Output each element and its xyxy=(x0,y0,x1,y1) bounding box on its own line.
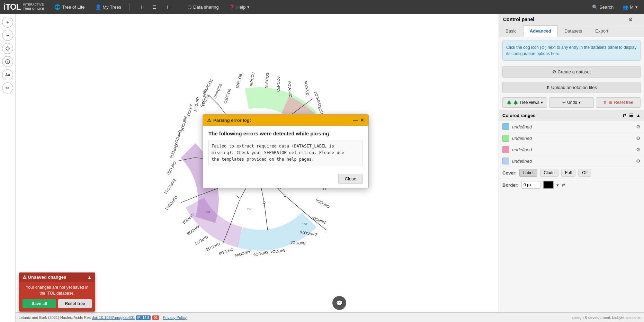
border-input[interactable] xyxy=(521,181,540,189)
range-color-0[interactable] xyxy=(502,123,509,130)
tree-views-icon: 🌲 xyxy=(507,100,512,105)
modal-title-icons: — ✕ xyxy=(353,117,364,123)
leaf-label: ArPCO4V xyxy=(234,250,251,258)
nav-tree-of-life[interactable]: 🌐 Tree of Life xyxy=(51,3,88,11)
range-gear-0[interactable]: ⚙ xyxy=(636,124,641,129)
range-gear-2[interactable]: ⚙ xyxy=(636,147,641,152)
brand-subtitle: INTERACTIVE TREE OF LIFE xyxy=(23,3,44,11)
modal-minimize-btn[interactable]: — xyxy=(353,117,358,123)
save-all-btn[interactable]: Save all xyxy=(23,299,56,308)
nav-my-trees[interactable]: 👤 My Trees xyxy=(92,3,125,11)
leaf-label: ZmPCO11 xyxy=(163,178,177,195)
range-name-0: undefined xyxy=(512,124,633,129)
border-row: Border: ▾ ⇄ xyxy=(499,179,644,191)
range-color-2[interactable] xyxy=(502,146,509,153)
list-icon: ☰ xyxy=(152,5,156,10)
cover-off-btn[interactable]: Off xyxy=(578,169,591,177)
upload-annotation-btn[interactable]: ⬆ Upload annotation files xyxy=(502,82,641,93)
cover-clade-btn[interactable]: Clade xyxy=(540,169,558,177)
chat-btn[interactable]: 💬 xyxy=(332,296,346,310)
border-swap-icon[interactable]: ⇄ xyxy=(562,182,565,188)
tree-views-btn[interactable]: 🌲 🌲 Tree views ▾ xyxy=(502,97,547,108)
nav-help[interactable]: ❓ Help ▾ xyxy=(226,3,253,11)
leaf-label: NaPCO3 xyxy=(264,73,270,88)
svg-line-29 xyxy=(181,196,198,203)
brand-logo[interactable]: iTOL INTERACTIVE TREE OF LIFE xyxy=(3,2,44,12)
border-color-chevron[interactable]: ▾ xyxy=(556,182,559,188)
nav-first-page[interactable]: ⊣ xyxy=(135,3,145,11)
svg-line-25 xyxy=(230,199,240,227)
edit-btn[interactable]: ✏ xyxy=(2,82,13,93)
share-icon: ⬡ xyxy=(188,5,191,10)
tab-advanced[interactable]: Advanced xyxy=(523,25,558,37)
tree-views-chevron: ▾ xyxy=(541,100,543,105)
range-color-1[interactable] xyxy=(502,135,509,142)
create-dataset-btn[interactable]: ⚙ Create a dataset xyxy=(502,66,641,78)
doi-link[interactable]: doi: 10.1093/nar/gkab301 xyxy=(92,315,135,320)
cover-label: Cover: xyxy=(502,170,517,176)
warning-icon: ⚠ xyxy=(207,118,211,123)
cover-full-btn[interactable]: Full xyxy=(561,169,575,177)
if-badge: IF: 14.9 xyxy=(136,315,151,320)
citation-text: Citation: Letunic and Bork (2021) Nuclei… xyxy=(3,315,187,320)
range-gear-3[interactable]: ⚙ xyxy=(636,158,641,164)
undo-btn[interactable]: ↩ Undo ▾ xyxy=(549,97,594,108)
leaf-label: OsPCO2 xyxy=(166,161,177,176)
panel-minimize-icon[interactable]: — xyxy=(635,17,640,22)
tree-views-label: 🌲 Tree views xyxy=(513,100,539,105)
text-size-btn[interactable]: Aa xyxy=(2,69,13,80)
section-header-icons: ⇄ ☰ ▲ xyxy=(623,113,641,118)
colored-ranges-header: Colored ranges ⇄ ☰ ▲ xyxy=(499,110,644,121)
bottom-bar: Citation: Letunic and Bork (2021) Nuclei… xyxy=(0,312,644,322)
modal-close-btn[interactable]: Close xyxy=(338,174,363,184)
refresh-icon[interactable]: ⇄ xyxy=(623,113,626,118)
leaf-label: GrPCO8 xyxy=(235,73,243,89)
main-area: + − i Aa ✏ xyxy=(0,14,644,322)
panel-settings-icon[interactable]: ⚙ xyxy=(628,17,633,22)
info-btn[interactable]: i xyxy=(2,56,13,67)
privacy-link[interactable]: Privacy Policy xyxy=(163,315,187,320)
modal-close-icon-btn[interactable]: ✕ xyxy=(360,117,364,123)
collapse-icon[interactable]: ▲ xyxy=(636,113,641,118)
user-menu-btn[interactable]: 👥 M ▾ xyxy=(620,3,641,11)
nav-last-page[interactable]: ⊢ xyxy=(163,3,174,11)
tab-export[interactable]: Export xyxy=(589,25,615,37)
search-icon: 🔍 xyxy=(592,5,598,10)
list-icon[interactable]: ☰ xyxy=(629,113,633,118)
unsaved-body-text: Your changes are not yet saved in the iT… xyxy=(26,285,88,296)
svg-point-0 xyxy=(6,47,9,50)
unsaved-header: ⚠ Unsaved changes ▲ xyxy=(19,272,95,282)
chat-icon: 💬 xyxy=(336,300,343,306)
tab-basic[interactable]: Basic xyxy=(499,25,523,37)
zoom-out-btn[interactable]: − xyxy=(2,30,13,41)
unsaved-collapse-icon[interactable]: ▲ xyxy=(87,275,92,280)
reset-tree-label: 🗑 Reset tree xyxy=(609,100,633,105)
modal-title-text: Parsing error log: xyxy=(213,118,251,123)
svg-point-45 xyxy=(239,198,241,200)
cover-label-btn[interactable]: Label xyxy=(519,169,537,177)
tab-datasets[interactable]: Datasets xyxy=(558,25,589,37)
nav-data-sharing[interactable]: ⬡ Data sharing xyxy=(184,3,222,11)
right-panel: Control panel ⚙ — Basic Advanced Dataset… xyxy=(499,14,644,322)
zoom-fit-btn[interactable] xyxy=(2,43,13,54)
border-color-swatch[interactable] xyxy=(543,181,554,189)
zoom-in-btn[interactable]: + xyxy=(2,17,13,28)
reset-tree-panel-btn[interactable]: 🗑 🗑 Reset tree xyxy=(596,97,641,108)
panel-title: Control panel xyxy=(503,17,534,22)
nav-list[interactable]: ☰ xyxy=(149,3,160,11)
navbar: iTOL INTERACTIVE TREE OF LIFE 🌐 Tree of … xyxy=(0,0,644,14)
user-chevron-icon: ▾ xyxy=(635,5,638,10)
leaf-label: QsPCO7 xyxy=(173,129,182,145)
leaf-label: GrPCO3 xyxy=(193,97,200,112)
nav-sep-2 xyxy=(179,3,179,10)
help-chevron-icon: ▾ xyxy=(247,5,250,10)
person-icon: 👤 xyxy=(95,4,101,10)
search-btn[interactable]: 🔍 Search xyxy=(589,3,616,11)
reset-tree-btn-banner[interactable]: Reset tree xyxy=(58,299,92,308)
range-gear-1[interactable]: ⚙ xyxy=(636,135,641,141)
leaf-label: NaPCO6 xyxy=(180,116,188,132)
svg-text:100: 100 xyxy=(205,211,210,214)
range-color-3[interactable] xyxy=(502,158,509,164)
design-credit: design & development: biobyte solutions xyxy=(572,315,641,320)
svg-line-20 xyxy=(285,196,309,216)
